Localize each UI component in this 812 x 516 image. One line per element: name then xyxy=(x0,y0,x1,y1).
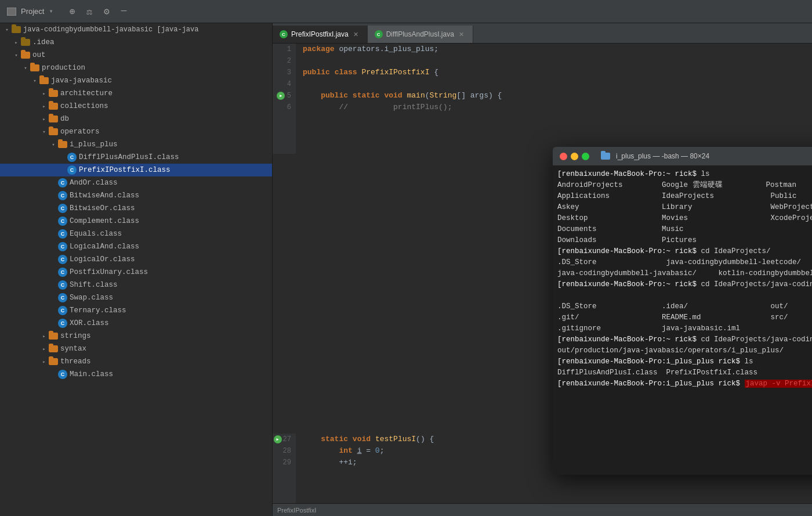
threads-folder-icon xyxy=(49,358,58,365)
LogicalOr-arrow xyxy=(49,255,58,264)
LogicalOr-class-icon: C xyxy=(58,255,67,264)
sidebar-item-BitwiseAnd[interactable]: C BitwiseAnd.class xyxy=(0,189,272,202)
sidebar-item-architecture[interactable]: architecture xyxy=(0,87,272,100)
Equals-label: Equals.class xyxy=(70,230,122,238)
term-line-15: .gitignore java-javabasic.iml xyxy=(557,323,812,334)
term-line-7: Downloads Pictures xyxy=(557,235,812,246)
tab-DifflPlusAndPlusI[interactable]: C DifflPlusAndPlusI.java ✕ xyxy=(368,26,473,43)
run-button-line5[interactable] xyxy=(277,92,285,100)
root-arrow xyxy=(2,25,12,34)
Ternary-class-icon: C xyxy=(58,306,67,315)
Main-arrow xyxy=(49,370,58,379)
terminal-zoom-button[interactable] xyxy=(582,153,589,160)
i_plus_plus-arrow xyxy=(49,140,58,149)
production-folder-icon xyxy=(30,64,39,71)
AndOr-arrow xyxy=(49,178,58,187)
terminal-close-button[interactable] xyxy=(560,153,567,160)
sidebar-item-collections[interactable]: collections xyxy=(0,100,272,113)
Equals-arrow xyxy=(49,229,58,239)
code-content-top: package operators.i_plus_plus; public cl… xyxy=(296,44,804,154)
XOR-class-icon: C xyxy=(58,319,67,328)
sidebar-item-PrefixIPostfixI[interactable]: C PrefixIPostfixI.class xyxy=(0,164,272,176)
PrefixIPostfixI-tab-close[interactable]: ✕ xyxy=(352,30,360,38)
syntax-label: syntax xyxy=(60,345,86,353)
code-line-numbers-bottom: ▶ 27 28 29 xyxy=(273,434,296,503)
DifflPlusAndPlusI-arrow xyxy=(58,153,67,162)
sidebar-item-LogicalOr[interactable]: C LogicalOr.class xyxy=(0,253,272,266)
LogicalAnd-label: LogicalAnd.class xyxy=(70,243,139,251)
term-line-10: java-codingbydumbbell-javabasic/ kotlin-… xyxy=(557,268,812,279)
PrefixIPostfixI-class-icon: C xyxy=(67,165,77,175)
project-title: Project xyxy=(21,7,44,16)
title-bar-icons: ⊕ ⚖ ⚙ — xyxy=(70,6,127,17)
db-arrow xyxy=(39,114,49,124)
sidebar-item-Swap[interactable]: C Swap.class xyxy=(0,291,272,304)
tab-PrefixIPostfixI[interactable]: C PrefixIPostfixI.java ✕ xyxy=(273,26,368,43)
sidebar-item-Shift[interactable]: C Shift.class xyxy=(0,279,272,291)
project-sidebar: java-codingbydumbbell-javabasic [java-ja… xyxy=(0,23,273,516)
sidebar-item-idea[interactable]: .idea xyxy=(0,36,272,49)
sidebar-item-production[interactable]: production xyxy=(0,62,272,74)
term-line-19: DifflPlusAndPlusI.class PrefixIPostfixI.… xyxy=(557,367,812,378)
DifflPlusAndPlusI-tab-close[interactable]: ✕ xyxy=(458,30,466,38)
terminal-title-bar: i_plus_plus — -bash — 80×24 xyxy=(553,147,812,165)
Equals-class-icon: C xyxy=(58,229,67,239)
title-bar: Project ▾ ⊕ ⚖ ⚙ — xyxy=(0,0,812,23)
term-line-13: .DS_Store .idea/ out/ xyxy=(557,301,812,312)
term-line-8: [renbaixunde-MacBook-Pro:~ rick$ cd Idea… xyxy=(557,246,812,257)
sidebar-item-db[interactable]: db xyxy=(0,113,272,125)
out-arrow xyxy=(12,50,21,60)
terminal-body[interactable]: [renbaixunde-MacBook-Pro:~ rick$ ls Andr… xyxy=(553,165,812,475)
project-icon xyxy=(7,8,16,16)
operators-arrow xyxy=(39,127,49,136)
minimize-icon[interactable]: — xyxy=(121,6,127,17)
sidebar-item-threads[interactable]: threads xyxy=(0,355,272,368)
terminal-minimize-button[interactable] xyxy=(571,153,578,160)
BitwiseAnd-arrow xyxy=(49,191,58,200)
java-javabasic-folder-icon xyxy=(39,77,49,84)
Ternary-label: Ternary.class xyxy=(70,306,126,315)
term-line-17: out/production/java-javabasic/operators/… xyxy=(557,345,812,356)
sidebar-item-Main[interactable]: C Main.class xyxy=(0,368,272,381)
sidebar-item-syntax[interactable]: syntax xyxy=(0,342,272,355)
Swap-class-icon: C xyxy=(58,293,67,302)
status-file-name: PrefixIPostfixI xyxy=(277,507,316,514)
tab-bar: C PrefixIPostfixI.java ✕ C DifflPlusAndP… xyxy=(273,23,812,44)
sidebar-item-LogicalAnd[interactable]: C LogicalAnd.class xyxy=(0,240,272,253)
sidebar-item-Equals[interactable]: C Equals.class xyxy=(0,228,272,240)
sidebar-item-i_plus_plus[interactable]: i_plus_plus xyxy=(0,138,272,151)
out-label: out xyxy=(32,51,46,59)
sidebar-item-Complement[interactable]: C Complement.class xyxy=(0,215,272,228)
sidebar-item-BitwiseOr[interactable]: C BitwiseOr.class xyxy=(0,202,272,215)
sidebar-item-Ternary[interactable]: C Ternary.class xyxy=(0,304,272,317)
sidebar-item-XOR[interactable]: C XOR.class xyxy=(0,317,272,330)
scrollbar-top[interactable] xyxy=(804,44,812,154)
settings-icon[interactable]: ⚙ xyxy=(104,6,110,17)
collections-label: collections xyxy=(60,102,108,110)
BitwiseOr-label: BitwiseOr.class xyxy=(70,204,135,212)
add-icon[interactable]: ⊕ xyxy=(70,6,75,17)
LogicalAnd-class-icon: C xyxy=(58,242,67,251)
balance-icon[interactable]: ⚖ xyxy=(86,6,92,17)
main-layout: java-codingbydumbbell-javabasic [java-ja… xyxy=(0,23,812,516)
collections-arrow xyxy=(39,102,49,111)
sidebar-item-java-javabasic[interactable]: java-javabasic xyxy=(0,74,272,87)
threads-label: threads xyxy=(60,358,91,366)
sidebar-root-item[interactable]: java-codingbydumbbell-javabasic [java-ja… xyxy=(0,23,272,36)
sidebar-item-PostfixUnary[interactable]: C PostfixUnary.class xyxy=(0,266,272,279)
Shift-arrow xyxy=(49,280,58,290)
architecture-label: architecture xyxy=(60,89,113,98)
i_plus_plus-label: i_plus_plus xyxy=(70,140,118,149)
sidebar-item-out[interactable]: out xyxy=(0,49,272,62)
sidebar-item-strings[interactable]: strings xyxy=(0,330,272,342)
terminal-title-text: i_plus_plus — -bash — 80×24 xyxy=(616,152,709,160)
java-javabasic-label: java-javabasic xyxy=(51,77,112,85)
i_plus_plus-folder-icon xyxy=(58,141,67,148)
sidebar-item-DifflPlusAndPlusI[interactable]: C DifflPlusAndPlusI.class xyxy=(0,151,272,164)
sidebar-item-AndOr[interactable]: C AndOr.class xyxy=(0,176,272,189)
PostfixUnary-arrow xyxy=(49,268,58,277)
project-dropdown-arrow[interactable]: ▾ xyxy=(49,7,53,16)
sidebar-item-operators[interactable]: operators xyxy=(0,125,272,138)
term-line-1: [renbaixunde-MacBook-Pro:~ rick$ ls xyxy=(557,169,812,180)
Main-label: Main.class xyxy=(70,370,113,378)
